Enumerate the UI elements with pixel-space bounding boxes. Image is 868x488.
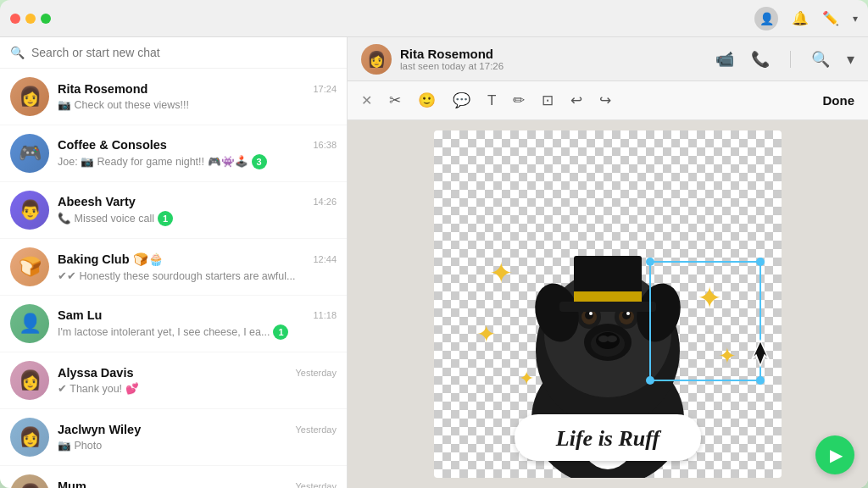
avatar: 👩 bbox=[10, 361, 49, 400]
avatar-emoji: 👤 bbox=[19, 313, 42, 335]
avatar-emoji: 👩 bbox=[19, 483, 42, 488]
chat-time: 16:38 bbox=[313, 140, 337, 150]
avatar: 👨 bbox=[10, 191, 49, 230]
preview-text: 📷 Photo bbox=[58, 439, 102, 452]
chat-preview: Joe: 📷 Ready for game night!! 🎮👾🕹️ 3 bbox=[58, 154, 337, 169]
chat-item-abeesh[interactable]: 👨 Abeesh Varty 14:26 📞 Missed voice call… bbox=[0, 182, 347, 239]
more-options-icon[interactable]: ▾ bbox=[847, 50, 854, 69]
chat-preview: 📞 Missed voice call 1 bbox=[58, 211, 337, 226]
chat-item-header: Jaclwyn Wiley Yesterday bbox=[58, 423, 337, 436]
minimize-button[interactable] bbox=[25, 14, 36, 24]
send-button[interactable]: ▶ bbox=[815, 435, 854, 474]
chat-time: Yesterday bbox=[295, 424, 337, 435]
chat-time: 12:44 bbox=[313, 254, 337, 264]
chat-preview: 📷 Check out these views!!! bbox=[58, 98, 337, 111]
voice-call-icon[interactable]: 📞 bbox=[751, 50, 770, 69]
profile-avatar[interactable]: 👤 bbox=[754, 7, 778, 30]
editor-close-icon[interactable]: ✕ bbox=[361, 92, 372, 108]
chat-item-sam[interactable]: 👤 Sam Lu 11:18 I'm lactose intolerant ye… bbox=[0, 296, 347, 352]
chat-search-icon[interactable]: 🔍 bbox=[811, 50, 830, 69]
chat-item-header: Coffee & Consoles 16:38 bbox=[58, 138, 337, 152]
undo-icon[interactable]: ↩ bbox=[570, 92, 582, 109]
menu-chevron-icon[interactable]: ▾ bbox=[853, 13, 858, 25]
notifications-icon[interactable]: 🔔 bbox=[792, 10, 809, 26]
chat-name: Alyssa Davis bbox=[58, 366, 133, 380]
chat-item-baking[interactable]: 🍞 Baking Club 🍞🧁 12:44 ✔✔ Honestly these… bbox=[0, 239, 347, 296]
avatar: 👩 bbox=[10, 77, 49, 116]
close-button[interactable] bbox=[10, 14, 20, 24]
sparkle-right-bottom: ✦ bbox=[718, 343, 737, 369]
avatar: 👤 bbox=[10, 304, 49, 343]
chat-name: Rita Rosemond bbox=[58, 82, 147, 96]
sparkle-left-small: ✦ bbox=[519, 368, 534, 389]
draw-icon[interactable]: ✏ bbox=[513, 92, 525, 109]
video-call-icon[interactable]: 📹 bbox=[715, 50, 734, 69]
sticker-editor: ✦ ✦ ✦ ✦ ✦ bbox=[348, 120, 868, 488]
chat-item-header: Rita Rosemond 17:24 bbox=[58, 82, 337, 96]
text-icon[interactable]: T bbox=[487, 92, 496, 109]
chat-info: Mum Yesterday ✔ Night, love you too xx bbox=[58, 480, 337, 488]
chat-preview: ✔✔ Honestly these sourdough starters are… bbox=[58, 269, 337, 282]
scissors-icon[interactable]: ✂ bbox=[389, 92, 401, 109]
contact-name: Rita Rosemond bbox=[400, 47, 707, 61]
svg-point-28 bbox=[646, 258, 654, 266]
sticker-image: ✦ ✦ ✦ ✦ ✦ bbox=[434, 130, 782, 478]
svg-point-31 bbox=[756, 376, 765, 385]
chat-item-header: Alyssa Davis Yesterday bbox=[58, 366, 337, 380]
sparkle-left-top: ✦ bbox=[489, 257, 513, 289]
avatar-emoji: 👩 bbox=[19, 426, 42, 448]
avatar-emoji: 👨 bbox=[19, 199, 42, 221]
svg-point-30 bbox=[646, 376, 654, 385]
redo-icon[interactable]: ↪ bbox=[599, 92, 611, 109]
chat-info: Baking Club 🍞🧁 12:44 ✔✔ Honestly these s… bbox=[58, 252, 337, 282]
chat-info: Rita Rosemond 17:24 📷 Check out these vi… bbox=[58, 82, 337, 111]
avatar-emoji: 👩 bbox=[19, 86, 42, 108]
chat-info: Coffee & Consoles 16:38 Joe: 📷 Ready for… bbox=[58, 138, 337, 169]
chat-name: Mum bbox=[58, 480, 86, 488]
caption-icon[interactable]: 💬 bbox=[453, 92, 470, 109]
chat-time: Yesterday bbox=[295, 481, 337, 488]
chat-time: Yesterday bbox=[295, 368, 337, 378]
chat-list: 👩 Rita Rosemond 17:24 📷 Check out these … bbox=[0, 69, 347, 488]
avatar: 👩 bbox=[10, 474, 49, 488]
sidebar: 🔍 👩 Rita Rosemond 17:24 📷 Check out thes… bbox=[0, 37, 348, 488]
chat-area: 👩 Rita Rosemond last seen today at 17:26… bbox=[348, 37, 868, 488]
search-input[interactable] bbox=[31, 46, 337, 59]
svg-point-12 bbox=[622, 311, 631, 319]
toolbar-divider bbox=[790, 51, 791, 68]
chat-item-jaclwyn[interactable]: 👩 Jaclwyn Wiley Yesterday 📷 Photo bbox=[0, 409, 347, 466]
new-chat-icon[interactable]: ✏️ bbox=[822, 10, 839, 26]
chat-item-mum[interactable]: 👩 Mum Yesterday ✔ Night, love you too xx bbox=[0, 466, 347, 488]
chat-name: Abeesh Varty bbox=[58, 195, 136, 208]
chat-item-header: Mum Yesterday bbox=[58, 480, 337, 488]
preview-text: I'm lactose intolerant yet, I see cheese… bbox=[58, 326, 270, 338]
chat-item-header: Sam Lu 11:18 bbox=[58, 308, 337, 322]
crop-icon[interactable]: ⊡ bbox=[542, 92, 554, 109]
emoji-icon[interactable]: 🙂 bbox=[418, 92, 436, 109]
maximize-button[interactable] bbox=[41, 14, 51, 24]
search-icon: 🔍 bbox=[10, 46, 25, 59]
preview-text: 📞 Missed voice call bbox=[58, 212, 154, 225]
svg-point-29 bbox=[756, 258, 765, 266]
done-button[interactable]: Done bbox=[823, 93, 855, 108]
app-window: 👤 🔔 ✏️ ▾ 🔍 👩 Rita Rosemond 17: bbox=[0, 0, 868, 488]
chat-item-alyssa[interactable]: 👩 Alyssa Davis Yesterday ✔ Thank you! 💕 bbox=[0, 352, 347, 409]
chat-preview: ✔ Thank you! 💕 bbox=[58, 382, 337, 395]
unread-badge: 1 bbox=[273, 324, 288, 340]
svg-marker-32 bbox=[752, 341, 769, 366]
chat-item-rita[interactable]: 👩 Rita Rosemond 17:24 📷 Check out these … bbox=[0, 69, 347, 125]
editor-toolbar: ✕ ✂ 🙂 💬 T ✏ ⊡ ↩ ↪ Done bbox=[348, 81, 868, 120]
chat-preview: I'm lactose intolerant yet, I see cheese… bbox=[58, 324, 337, 340]
preview-text: ✔ Thank you! 💕 bbox=[58, 382, 139, 395]
preview-text: Joe: 📷 Ready for game night!! 🎮👾🕹️ bbox=[58, 155, 248, 168]
chat-time: 17:24 bbox=[313, 84, 337, 94]
main-content: 🔍 👩 Rita Rosemond 17:24 📷 Check out thes… bbox=[0, 37, 868, 488]
svg-point-13 bbox=[589, 312, 593, 315]
chat-item-header: Baking Club 🍞🧁 12:44 bbox=[58, 252, 337, 267]
chat-item-coffee[interactable]: 🎮 Coffee & Consoles 16:38 Joe: 📷 Ready f… bbox=[0, 125, 347, 182]
chat-name: Jaclwyn Wiley bbox=[58, 423, 141, 436]
traffic-lights bbox=[10, 14, 51, 24]
chat-time: 11:18 bbox=[313, 310, 337, 320]
chat-item-header: Abeesh Varty 14:26 bbox=[58, 195, 337, 208]
unread-badge: 3 bbox=[252, 154, 267, 169]
